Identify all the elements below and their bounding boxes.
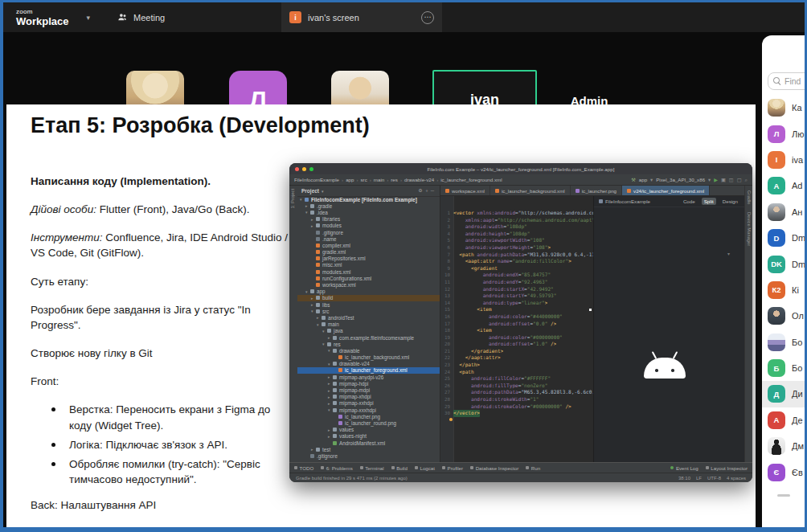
project-stripe-label[interactable]: 1: Project xyxy=(290,189,295,209)
project-tree-item[interactable]: ▾src xyxy=(297,308,440,314)
run-config-selector[interactable]: app xyxy=(639,177,647,182)
tool-window-button[interactable]: Event Log xyxy=(670,465,698,471)
tool-window-button[interactable]: Logcat xyxy=(415,465,435,471)
project-tree-item[interactable]: ▾FileInfocomExample [FileInfo.com Exampl… xyxy=(297,196,440,203)
debug-button[interactable]: ▣ xyxy=(721,177,726,182)
more-options-icon[interactable]: ⋯ xyxy=(421,11,434,24)
stop-button[interactable]: ▢ xyxy=(737,177,742,182)
project-tree-item[interactable]: ▸values xyxy=(297,427,440,433)
project-tree-item[interactable]: ▸test xyxy=(297,446,440,452)
project-tree-item[interactable]: AndroidManifest.xml xyxy=(297,440,440,446)
project-panel-header[interactable]: Project ▾ ⚙＋─ xyxy=(297,186,440,197)
project-tree-item[interactable]: misc.xml xyxy=(297,262,440,268)
project-tree-item[interactable]: workspace.xml xyxy=(297,281,440,288)
participant-row[interactable]: АДе xyxy=(762,407,805,433)
breadcrumb-item[interactable]: src xyxy=(361,177,367,182)
participant-row[interactable]: ББо xyxy=(762,355,805,381)
participant-row[interactable]: Бо xyxy=(762,329,805,355)
breadcrumb-item[interactable]: FileInfocomExample xyxy=(294,177,339,182)
participant-search[interactable]: Find xyxy=(768,72,805,90)
project-tree-item[interactable]: compiler.xml xyxy=(297,242,440,248)
breadcrumb-item[interactable]: res xyxy=(391,177,398,182)
project-tree-item[interactable]: ic_launcher_round.png xyxy=(297,419,440,426)
search-everywhere-icon[interactable]: ⌕ xyxy=(745,177,748,183)
tool-window-button[interactable]: Profiler xyxy=(442,465,463,471)
tool-window-button[interactable]: Run xyxy=(526,465,540,471)
tool-window-button[interactable]: Build xyxy=(391,465,408,471)
project-tree-item[interactable]: ▸build xyxy=(297,295,440,301)
participant-row[interactable]: DDm xyxy=(762,225,805,251)
view-mode-design[interactable]: Design xyxy=(720,198,740,205)
preview-zoom-icon[interactable]: ▾ xyxy=(727,251,730,256)
participant-row[interactable]: Iiva xyxy=(762,147,805,173)
tool-window-button[interactable]: Layout Inspector xyxy=(706,465,748,471)
view-mode-code[interactable]: Code xyxy=(681,198,698,205)
project-tree-item[interactable]: ic_launcher_foreground.xml xyxy=(297,367,440,374)
project-tree-item[interactable]: ▾drawable xyxy=(297,347,440,354)
project-tree-item[interactable]: ▸mipmap-xhdpi xyxy=(297,394,440,400)
participant-row[interactable]: Ол xyxy=(762,303,805,329)
chevron-down-icon[interactable]: ▾ xyxy=(87,14,91,22)
project-panel-actions[interactable]: ⚙＋─ xyxy=(418,187,436,194)
project-tree-item[interactable]: ▸mipmap-mdpi xyxy=(297,387,440,393)
editor-tab[interactable]: ic_launcher.png xyxy=(571,186,622,195)
tool-window-button[interactable]: Database Inspector xyxy=(470,465,518,471)
tool-stripe-label[interactable]: Gradle xyxy=(747,190,752,204)
project-tree-item[interactable]: modules.xml xyxy=(297,268,440,275)
profile-button[interactable]: ◫ xyxy=(729,177,734,182)
project-tree-item[interactable]: ▸modules xyxy=(297,223,440,229)
minimize-traffic-light[interactable] xyxy=(302,167,306,171)
project-tree-item[interactable]: ▾mipmap-xxxhdpi xyxy=(297,407,440,413)
participant-row[interactable]: ДДи xyxy=(762,381,805,407)
project-tree-item[interactable]: ▸.gradle xyxy=(297,203,440,209)
editor-tab[interactable]: workspace.xml xyxy=(440,186,490,195)
code-editor[interactable]: 1<vector xmlns:android="http://schemas.a… xyxy=(440,196,593,462)
project-tree-item[interactable]: ▾res xyxy=(297,341,440,347)
breadcrumb-item[interactable]: app xyxy=(346,177,354,182)
project-tree-item[interactable]: ▸mipmap-anydpi-v26 xyxy=(297,374,440,380)
participant-row[interactable]: ЛЛю xyxy=(762,121,805,146)
breadcrumb-item[interactable]: main xyxy=(374,177,384,182)
project-tree-item[interactable]: ▸libraries xyxy=(297,216,440,223)
breadcrumb-item[interactable]: ic_launcher_foreground.xml xyxy=(440,177,502,182)
device-selector[interactable]: Pixel_3a_API_30_x86 xyxy=(656,177,705,182)
tab-meeting[interactable]: Meeting xyxy=(117,12,165,23)
project-tree-item[interactable]: ▾drawable-v24 xyxy=(297,361,440,367)
tool-window-button[interactable]: Terminal xyxy=(360,465,384,471)
build-hammer-icon[interactable]: ⚒ xyxy=(631,177,636,182)
tool-stripe-label[interactable]: Device Manager xyxy=(747,212,752,246)
view-mode-split[interactable]: Split xyxy=(702,198,716,205)
project-tree-item[interactable]: ▸values-night xyxy=(297,433,440,440)
project-tree-item[interactable]: runConfigurations.xml xyxy=(297,275,440,281)
project-tree-item[interactable]: gradle.xml xyxy=(297,249,440,256)
project-tree-item[interactable]: ic_launcher_background.xml xyxy=(297,354,440,361)
run-button[interactable]: ▶ xyxy=(714,177,718,182)
participant-row[interactable]: DKDm xyxy=(762,251,805,276)
project-tree-item[interactable]: .name xyxy=(297,235,440,242)
project-tree-item[interactable]: .gitignore xyxy=(297,452,440,459)
project-tree-item[interactable]: .gitignore xyxy=(297,229,440,235)
project-tree-item[interactable]: ▸mipmap-xxhdpi xyxy=(297,400,440,407)
project-tree-item[interactable]: ▾app xyxy=(297,289,440,295)
maximize-traffic-light[interactable] xyxy=(309,167,313,171)
participant-row[interactable]: Ан xyxy=(762,199,805,225)
project-tree-item[interactable]: ▾.idea xyxy=(297,209,440,215)
project-tree-item[interactable]: ▸androidTest xyxy=(297,314,440,321)
tool-window-button[interactable]: 6: Problems xyxy=(321,465,353,471)
participant-row[interactable]: Ка xyxy=(762,95,805,121)
participant-row[interactable]: AAd xyxy=(762,173,805,198)
participant-row[interactable]: Дм xyxy=(762,433,805,459)
tab-ivans-screen[interactable]: i ivan's screen ⋯ xyxy=(281,2,442,32)
breadcrumb-item[interactable]: drawable-v24 xyxy=(404,177,434,182)
scrollbar-marker[interactable] xyxy=(589,309,592,311)
tool-window-button[interactable]: TODO xyxy=(294,465,313,471)
editor-tab[interactable]: v24/ic_launcher_foreground.xml xyxy=(622,186,710,195)
project-tree-item[interactable]: ▸mipmap-hdpi xyxy=(297,380,440,387)
participant-row[interactable]: К2Кі xyxy=(762,277,805,303)
project-tree-item[interactable]: ▾main xyxy=(297,321,440,328)
project-tree-item[interactable]: ▾java xyxy=(297,328,440,334)
project-tree-item[interactable]: jarRepositories.xml xyxy=(297,256,440,262)
close-traffic-light[interactable] xyxy=(295,167,299,171)
editor-tab[interactable]: ic_launcher_background.xml xyxy=(490,186,571,195)
project-tree-item[interactable]: ic_launcher.png xyxy=(297,413,440,419)
